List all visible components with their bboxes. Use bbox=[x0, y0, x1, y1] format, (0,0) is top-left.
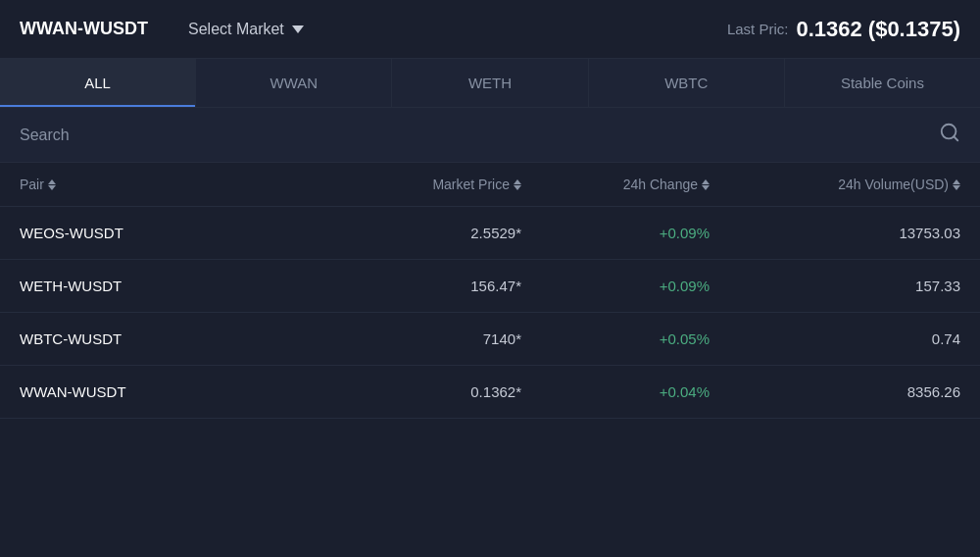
last-price-section: Last Pric: 0.1362 ($0.1375) bbox=[727, 17, 960, 42]
last-price-value: 0.1362 ($0.1375) bbox=[796, 17, 960, 42]
col-header-market-price[interactable]: Market Price bbox=[270, 177, 521, 192]
col-pair-label: Pair bbox=[20, 177, 44, 192]
svg-line-1 bbox=[954, 136, 957, 140]
cell-volume: 0.74 bbox=[710, 330, 960, 347]
table-row[interactable]: WEOS-WUSDT 2.5529* +0.09% 13753.03 bbox=[0, 207, 980, 260]
last-price-label: Last Pric: bbox=[727, 21, 789, 37]
search-bar bbox=[0, 108, 980, 163]
sort-arrows-price bbox=[514, 179, 521, 190]
table-row[interactable]: WBTC-WUSDT 7140* +0.05% 0.74 bbox=[0, 313, 980, 366]
cell-price: 156.47* bbox=[270, 278, 521, 294]
col-header-change[interactable]: 24h Change bbox=[521, 177, 710, 192]
cell-pair: WETH-WUSDT bbox=[20, 278, 270, 294]
sort-up-icon bbox=[48, 179, 56, 184]
sort-arrows-change bbox=[702, 179, 710, 190]
cell-volume: 157.33 bbox=[710, 278, 960, 294]
cell-change: +0.09% bbox=[521, 225, 710, 241]
table-row[interactable]: WETH-WUSDT 156.47* +0.09% 157.33 bbox=[0, 260, 980, 313]
sort-down-icon bbox=[953, 185, 960, 190]
cell-change: +0.09% bbox=[521, 278, 710, 294]
search-icon[interactable] bbox=[939, 122, 960, 149]
tab-all-label: ALL bbox=[84, 75, 111, 91]
col-header-pair[interactable]: Pair bbox=[20, 177, 270, 192]
table-header: Pair Market Price 24h Change 24h Volume(… bbox=[0, 163, 980, 207]
table-body: WEOS-WUSDT 2.5529* +0.09% 13753.03 WETH-… bbox=[0, 207, 980, 419]
current-pair: WWAN-WUSDT bbox=[20, 19, 176, 39]
col-change-label: 24h Change bbox=[623, 177, 698, 192]
col-header-volume[interactable]: 24h Volume(USD) bbox=[710, 177, 960, 192]
cell-pair: WWAN-WUSDT bbox=[20, 383, 270, 400]
tab-wbtc-label: WBTC bbox=[664, 75, 708, 91]
sort-up-icon bbox=[514, 179, 521, 184]
cell-pair: WEOS-WUSDT bbox=[20, 225, 270, 241]
market-tabs: ALL WWAN WETH WBTC Stable Coins bbox=[0, 59, 980, 108]
col-market-price-label: Market Price bbox=[432, 177, 510, 192]
sort-up-icon bbox=[953, 179, 960, 184]
cell-price: 2.5529* bbox=[270, 225, 521, 241]
tab-stable-coins-label: Stable Coins bbox=[841, 75, 924, 91]
cell-change: +0.04% bbox=[521, 383, 710, 400]
sort-down-icon bbox=[514, 185, 521, 190]
cell-pair: WBTC-WUSDT bbox=[20, 330, 270, 347]
select-market-label: Select Market bbox=[188, 21, 284, 38]
cell-price: 7140* bbox=[270, 330, 521, 347]
sort-down-icon bbox=[702, 185, 710, 190]
select-market-dropdown[interactable]: Select Market bbox=[176, 15, 353, 44]
tab-wwan-label: WWAN bbox=[270, 75, 318, 91]
tab-weth[interactable]: WETH bbox=[392, 59, 588, 107]
tab-weth-label: WETH bbox=[468, 75, 512, 91]
tab-all[interactable]: ALL bbox=[0, 59, 196, 107]
cell-volume: 8356.26 bbox=[710, 383, 960, 400]
market-table: Pair Market Price 24h Change 24h Volume(… bbox=[0, 163, 980, 419]
tab-wbtc[interactable]: WBTC bbox=[589, 59, 785, 107]
cell-volume: 13753.03 bbox=[710, 225, 960, 241]
col-volume-label: 24h Volume(USD) bbox=[838, 177, 949, 192]
sort-arrows-volume bbox=[953, 179, 960, 190]
sort-up-icon bbox=[702, 179, 710, 184]
header: WWAN-WUSDT Select Market Last Pric: 0.13… bbox=[0, 0, 980, 59]
search-input[interactable] bbox=[20, 127, 939, 144]
table-row[interactable]: WWAN-WUSDT 0.1362* +0.04% 8356.26 bbox=[0, 366, 980, 419]
cell-change: +0.05% bbox=[521, 330, 710, 347]
sort-down-icon bbox=[48, 185, 56, 190]
chevron-down-icon bbox=[292, 25, 304, 33]
cell-price: 0.1362* bbox=[270, 383, 521, 400]
tab-wwan[interactable]: WWAN bbox=[196, 59, 392, 107]
tab-stable-coins[interactable]: Stable Coins bbox=[785, 59, 980, 107]
sort-arrows-pair bbox=[48, 179, 56, 190]
